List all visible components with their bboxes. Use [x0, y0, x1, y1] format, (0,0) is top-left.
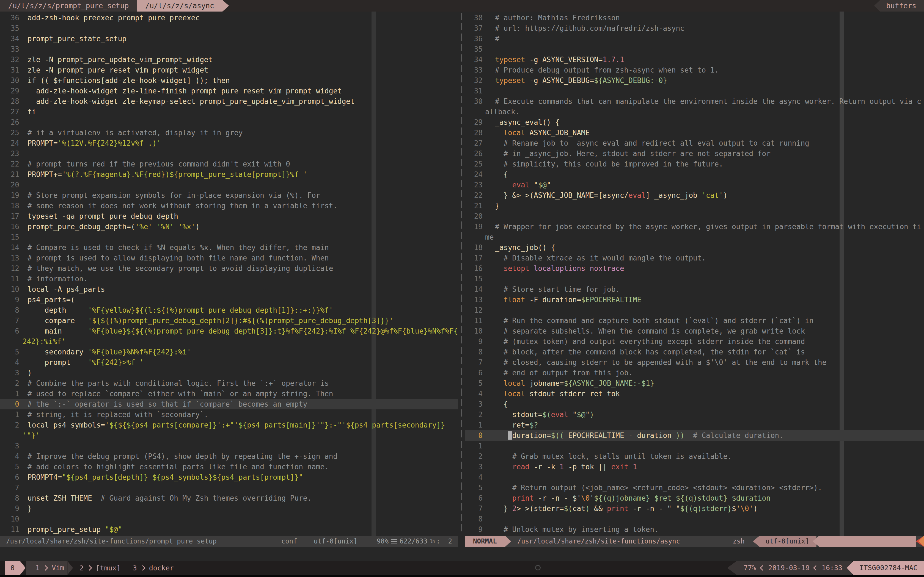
tmux-window-vim[interactable]: 1Vim: [26, 561, 67, 575]
code-line[interactable]: 4: [465, 472, 924, 482]
code-line[interactable]: 8 # block, after the command block has c…: [465, 347, 924, 357]
code-line[interactable]: 242}:%i%f': [0, 336, 458, 347]
code-line[interactable]: 20: [465, 211, 924, 221]
code-line[interactable]: 35: [0, 23, 458, 34]
code-line[interactable]: 10local -A ps4_parts: [0, 284, 458, 295]
code-line[interactable]: 20: [0, 180, 458, 190]
code-line[interactable]: 19# Wrapper for jobs executed by the asy…: [465, 221, 924, 232]
code-line[interactable]: 6 print -r -n - $'\0'${(q)jobname} $ret …: [465, 493, 924, 503]
code-line[interactable]: 8: [465, 514, 924, 524]
code-line[interactable]: 6 # end of output from this job.: [465, 367, 924, 378]
code-line[interactable]: 32typeset -g ASYNC_DEBUG=${ASYNC_DEBUG:-…: [465, 75, 924, 86]
buffer-tab[interactable]: /u/l/s/z/s/prompt_pure_setup: [0, 0, 137, 11]
code-line[interactable]: 24PROMPT='%(12V.%F{242}%12v%f .)': [0, 138, 458, 148]
code-line[interactable]: 8 depth '%F{yellow}${(l:${(%)prompt_pure…: [0, 305, 458, 316]
code-line[interactable]: 14# Compare is used to check if %N equal…: [0, 242, 458, 253]
code-line[interactable]: 10: [0, 514, 458, 524]
code-line[interactable]: 15: [465, 274, 924, 284]
code-line[interactable]: 9}: [0, 503, 458, 514]
code-line[interactable]: 3): [0, 367, 458, 378]
code-line[interactable]: 4 prompt '%F{242}>%f ': [0, 357, 458, 367]
code-line[interactable]: 24 {: [465, 169, 924, 180]
code-line[interactable]: 13 float -F duration=$EPOCHREALTIME: [465, 295, 924, 305]
code-line[interactable]: 30if (( $+functions[add-zle-hook-widget]…: [0, 75, 458, 86]
code-line[interactable]: 3: [0, 441, 458, 451]
code-line[interactable]: 8unset ZSH_THEME # Guard against Oh My Z…: [0, 493, 458, 503]
code-line[interactable]: 18# some reason it does not work without…: [0, 201, 458, 211]
code-line[interactable]: 11 # Run the command and capture both st…: [465, 316, 924, 326]
code-line[interactable]: 27fi: [0, 106, 458, 117]
code-line[interactable]: 7 } 2> >(stderr=$(cat) && print -r -n - …: [465, 503, 924, 514]
code-line[interactable]: 37# url: https://github.com/mafredri/zsh…: [465, 23, 924, 34]
code-line[interactable]: 1: [465, 441, 924, 451]
code-line[interactable]: 4# Improve the debug prompt (PS4), show …: [0, 451, 458, 462]
code-line[interactable]: 25# if a virtualenv is activated, displa…: [0, 127, 458, 138]
code-line[interactable]: '"}': [0, 430, 458, 441]
code-line[interactable]: 17typeset -ga prompt_pure_debug_depth: [0, 211, 458, 221]
code-line[interactable]: allback.: [465, 106, 924, 117]
code-line[interactable]: 3 read -r -k 1 -p tok || exit 1: [465, 462, 924, 472]
code-line[interactable]: 1 ret=$?: [465, 420, 924, 430]
code-line[interactable]: 7 compare '${${(%)prompt_pure_debug_dept…: [0, 316, 458, 326]
tmux-window-docker[interactable]: 3docker: [133, 564, 174, 572]
code-line[interactable]: 14 # Store start time for job.: [465, 284, 924, 295]
cursor-line[interactable]: 0 duration=$(( EPOCHREALTIME - duration …: [465, 430, 924, 441]
left-editor-pane[interactable]: 36add-zsh-hook preexec prompt_pure_preex…: [0, 11, 458, 536]
code-line[interactable]: 5# add colors to highlight essential par…: [0, 462, 458, 472]
code-line[interactable]: 29 add-zle-hook-widget zle-line-finish p…: [0, 86, 458, 96]
code-line[interactable]: 34prompt_pure_state_setup: [0, 34, 458, 44]
code-line[interactable]: 4 local stdout stderr ret tok: [465, 388, 924, 399]
code-line[interactable]: 5 # Return output (<job_name> <return_co…: [465, 482, 924, 493]
code-line[interactable]: 2 stdout=$(eval "$@"): [465, 409, 924, 420]
code-line[interactable]: 33# Produce debug output from zsh-async …: [465, 65, 924, 75]
code-line[interactable]: 16 setopt localoptions noxtrace: [465, 263, 924, 274]
code-line[interactable]: 10 # separate subshells. When the comman…: [465, 326, 924, 336]
code-line[interactable]: me: [465, 232, 924, 242]
code-line[interactable]: 22# prompt turns red if the previous com…: [0, 159, 458, 169]
code-line[interactable]: 27 # Rename job to _async_eval and redir…: [465, 138, 924, 148]
code-line[interactable]: 36add-zsh-hook preexec prompt_pure_preex…: [0, 13, 458, 23]
code-line[interactable]: 23 eval "$@": [465, 180, 924, 190]
code-line[interactable]: 12: [465, 305, 924, 316]
code-line[interactable]: 17 # Disable xtrace as it would mangle t…: [465, 253, 924, 263]
code-line[interactable]: 2 # Grab mutex lock, stalls until token …: [465, 451, 924, 462]
code-line[interactable]: 1# used to replace `compare` either with…: [0, 388, 458, 399]
window-separator[interactable]: [461, 13, 462, 535]
code-line[interactable]: 5 secondary '%F{blue}%N%f%F{242}:%i': [0, 347, 458, 357]
code-line[interactable]: 1# string, it is replaced with `secondar…: [0, 409, 458, 420]
code-line[interactable]: 23: [0, 148, 458, 159]
code-line[interactable]: 15: [0, 232, 458, 242]
right-editor-pane[interactable]: 38# author: Mathias Fredriksson37# url: …: [465, 11, 924, 536]
buffer-tab[interactable]: /u/l/s/z/s/async: [137, 0, 222, 11]
code-line[interactable]: 11prompt_pure_setup "$@": [0, 524, 458, 535]
tmux-window-tmux[interactable]: 2[tmux]: [79, 564, 120, 572]
code-line[interactable]: 3 {: [465, 399, 924, 409]
tmux-session-index[interactable]: 0: [5, 561, 20, 575]
code-line[interactable]: 2# Combine the parts with conditional lo…: [0, 378, 458, 388]
code-line[interactable]: 30# Execute commands that can manipulate…: [465, 96, 924, 106]
code-line[interactable]: 31: [465, 86, 924, 96]
code-line[interactable]: 9 # Unlock mutex by inserting a token.: [465, 524, 924, 535]
code-line[interactable]: 29_async_eval() {: [465, 117, 924, 127]
code-line[interactable]: 34typeset -g ASYNC_VERSION=1.7.1: [465, 55, 924, 65]
code-line[interactable]: 11# information.: [0, 274, 458, 284]
code-line[interactable]: 26 # in _async_job. Here, stdout and std…: [465, 148, 924, 159]
code-line[interactable]: 13# prompt is used to allow displaying b…: [0, 253, 458, 263]
code-line[interactable]: 35: [465, 44, 924, 55]
code-line[interactable]: 7: [0, 482, 458, 493]
cursor-line[interactable]: 0# the `:-` operator is used so that if …: [0, 399, 458, 409]
code-line[interactable]: 36#: [465, 34, 924, 44]
code-line[interactable]: 33: [0, 44, 458, 55]
code-line[interactable]: 6 main '%F{blue}${${(%)prompt_pure_debug…: [0, 326, 458, 336]
code-line[interactable]: 31zle -N prompt_pure_reset_vim_prompt_wi…: [0, 65, 458, 75]
code-line[interactable]: 16prompt_pure_debug_depth=('%e' '%N' '%x…: [0, 221, 458, 232]
code-line[interactable]: 26: [0, 117, 458, 127]
code-line[interactable]: 12# they match, we use the secondary pro…: [0, 263, 458, 274]
code-line[interactable]: 25 # simplicity, this could be improved …: [465, 159, 924, 169]
code-line[interactable]: 22 } &> >(ASYNC_JOB_NAME=[async/eval] _a…: [465, 190, 924, 201]
code-line[interactable]: 2local ps4_symbols='${${${ps4_parts[comp…: [0, 420, 458, 430]
code-line[interactable]: 19# Store prompt expansion symbols for i…: [0, 190, 458, 201]
code-line[interactable]: 9 # (mutex token) and output everything …: [465, 336, 924, 347]
code-line[interactable]: 38# author: Mathias Fredriksson: [465, 13, 924, 23]
code-line[interactable]: 21PROMPT+='%(?.%F{magenta}.%F{red})${pro…: [0, 169, 458, 180]
